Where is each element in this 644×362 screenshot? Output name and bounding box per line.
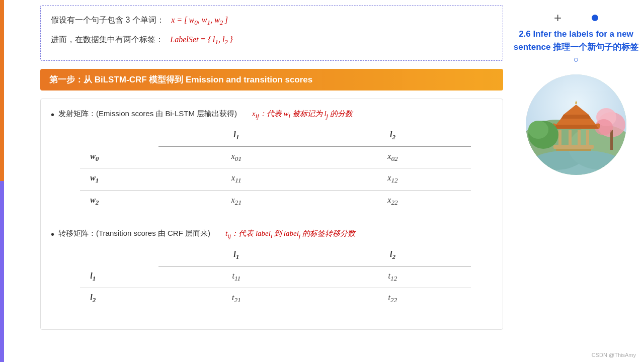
emission-row-w1: w1 x11 x12 xyxy=(80,168,471,190)
emission-cell-x21: x21 xyxy=(158,190,315,212)
transition-item: • 转移矩阵： (Transition scores 由 CRF 层而来) ti… xyxy=(51,229,493,320)
emission-row-w2: w2 x21 x22 xyxy=(80,190,471,212)
premise-line-1: 假设有一个句子包含 3 个单词： x = [ w0, w1, w2 ] xyxy=(51,14,493,28)
emission-table: l1 l2 w0 x01 x02 w1 x11 x12 xyxy=(80,125,471,212)
svg-marker-20 xyxy=(553,125,599,129)
transition-cell-t12: t12 xyxy=(314,266,471,288)
transition-cell-t21: t21 xyxy=(158,288,315,310)
right-title: 2.6 Infer the labels for a new sentence … xyxy=(513,28,639,66)
emission-label-cn: 发射矩阵： xyxy=(58,109,96,119)
svg-rect-14 xyxy=(569,130,572,149)
transition-row-l2-label: l2 xyxy=(80,288,158,310)
premise-line-2: 进而，在数据集中有两个标签： LabelSet = { l1, l2 } xyxy=(51,33,493,48)
emission-col-header-l2: l2 xyxy=(314,125,471,147)
left-bar xyxy=(0,0,4,362)
plus-icon: + xyxy=(554,10,561,26)
premise-text-1: 假设有一个句子包含 3 个单词： xyxy=(51,16,165,24)
premise-box: 假设有一个句子包含 3 个单词： x = [ w0, w1, w2 ] 进而，在… xyxy=(40,5,503,61)
bullet-dot-emission: • xyxy=(51,109,54,121)
premise-math-1: x = [ w0, w1, w2 ] xyxy=(171,16,228,24)
svg-rect-16 xyxy=(586,130,589,149)
transition-row-l1-label: l1 xyxy=(80,266,158,288)
transition-cell-t11: t11 xyxy=(158,266,315,288)
premise-text-2: 进而，在数据集中有两个标签： xyxy=(51,35,164,44)
blue-dot-icon xyxy=(592,15,598,21)
svg-marker-18 xyxy=(561,115,591,119)
transition-label-en: (Transition scores 由 CRF 层而来) xyxy=(96,229,210,238)
svg-point-10 xyxy=(531,150,621,175)
transition-label-cn: 转移矩阵： xyxy=(58,229,96,238)
emission-label-en: (Emission scores 由 Bi-LSTM 层输出获得) xyxy=(96,109,237,119)
svg-rect-15 xyxy=(578,130,581,149)
pavilion-image xyxy=(526,74,626,175)
emission-cell-x11: x11 xyxy=(158,168,315,190)
transition-row-l2: l2 t21 t22 xyxy=(80,288,471,310)
transition-cell-t22: t22 xyxy=(314,288,471,310)
emission-cell-x22: x22 xyxy=(314,190,471,212)
svg-rect-13 xyxy=(558,130,561,149)
premise-math-2: LabelSet = { l1, l2 } xyxy=(170,35,232,44)
svg-point-23 xyxy=(528,121,548,139)
transition-col-header-l2: l2 xyxy=(314,245,471,266)
right-panel: + 2.6 Infer the labels for a new sentenc… xyxy=(513,10,639,175)
bullet-dot-transition: • xyxy=(51,229,54,240)
emission-col-header-l1: l1 xyxy=(158,125,315,147)
content-section: • 发射矩阵： (Emission scores 由 Bi-LSTM 层输出获得… xyxy=(40,99,503,330)
emission-row-w1-label: w1 xyxy=(80,168,158,190)
svg-marker-19 xyxy=(556,119,596,125)
main-content: 假设有一个句子包含 3 个单词： x = [ w0, w1, w2 ] 进而，在… xyxy=(40,5,503,352)
step1-header: 第一步：从 BiLSTM-CRF 模型得到 Emission and trans… xyxy=(40,69,503,90)
transition-row-l1: l1 t11 t12 xyxy=(80,266,471,288)
emission-cell-x02: x02 xyxy=(314,147,471,168)
watermark: CSDN @ThisAmy xyxy=(592,352,636,358)
emission-row-w0: w0 x01 x02 xyxy=(80,147,471,168)
emission-cell-x12: x12 xyxy=(314,168,471,190)
emission-row-w0-label: w0 xyxy=(80,147,158,168)
svg-rect-8 xyxy=(610,130,613,150)
transition-col-header-l1: l1 xyxy=(158,245,315,266)
emission-row-w2-label: w2 xyxy=(80,190,158,212)
emission-cell-x01: x01 xyxy=(158,147,315,168)
emission-annotation: xij：代表 wi 被标记为 lj 的分数 xyxy=(252,109,353,120)
transition-annotation: tij：代表 labeli 到 labelj 的标签转移分数 xyxy=(225,229,355,240)
transition-table: l1 l2 l1 t11 t12 l2 t21 t22 xyxy=(80,245,471,310)
svg-rect-12 xyxy=(556,149,591,151)
emission-item: • 发射矩阵： (Emission scores 由 Bi-LSTM 层输出获得… xyxy=(51,109,493,222)
